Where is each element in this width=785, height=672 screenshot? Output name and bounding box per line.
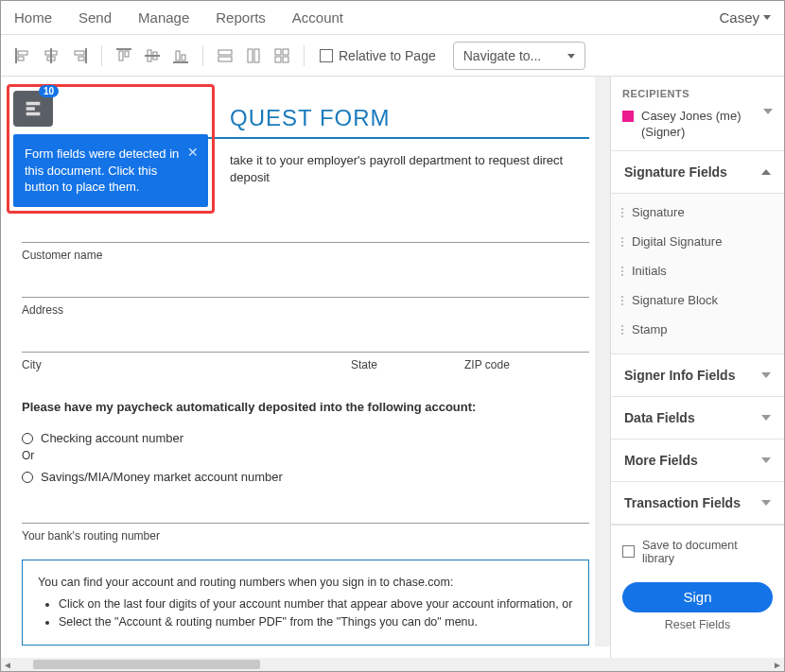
svg-rect-20 [248, 49, 253, 62]
relative-to-page-toggle[interactable]: Relative to Page [320, 48, 436, 63]
svg-rect-8 [78, 57, 84, 60]
align-right-icon[interactable] [67, 43, 92, 68]
recipients-header: RECIPIENTS [611, 77, 784, 105]
user-menu[interactable]: Casey [719, 9, 771, 26]
label-city: City [22, 358, 351, 371]
scroll-right-arrow[interactable]: ► [771, 658, 784, 671]
recipient-row[interactable]: Casey Jones (me) (Signer) [611, 105, 784, 150]
horizontal-scrollbar[interactable]: ◄ ► [1, 658, 784, 671]
info-line: You can find your account and routing nu… [38, 574, 573, 592]
nav-home[interactable]: Home [14, 9, 52, 26]
form-detect-icon [23, 98, 44, 119]
document-pane[interactable]: 10 Form fields were detected in this doc… [1, 77, 610, 660]
relative-label: Relative to Page [339, 48, 436, 63]
label-state: State [351, 358, 464, 371]
info-bullet-1: Click on the last four digits of your ac… [59, 595, 573, 613]
match-width-icon[interactable] [213, 43, 237, 68]
align-bottom-icon[interactable] [168, 43, 193, 68]
fields-panel: RECIPIENTS Casey Jones (me) (Signer) Sig… [610, 77, 784, 660]
field-digital-signature[interactable]: Digital Signature [611, 227, 784, 256]
svg-rect-21 [254, 49, 259, 62]
svg-rect-23 [283, 49, 288, 55]
svg-rect-11 [125, 51, 129, 57]
section-data-fields[interactable]: Data Fields [611, 397, 784, 439]
navigate-label: Navigate to... [463, 48, 542, 63]
info-box: You can find your account and routing nu… [22, 560, 589, 645]
recipient-name: Casey Jones (me) (Signer) [641, 109, 756, 141]
svg-rect-25 [283, 57, 288, 62]
svg-rect-19 [218, 57, 232, 61]
alignment-toolbar: Relative to Page Navigate to... [1, 35, 784, 77]
svg-rect-3 [50, 48, 52, 63]
nav-account[interactable]: Account [292, 9, 343, 26]
user-name: Casey [719, 9, 759, 26]
tooltip-text: Form fields were detected in this docume… [25, 146, 179, 194]
svg-rect-6 [85, 48, 87, 63]
detect-count-badge: 10 [39, 85, 59, 97]
label-customer: Customer name [22, 249, 589, 262]
svg-rect-10 [119, 51, 123, 60]
detect-tooltip: Form fields were detected in this docume… [13, 134, 208, 207]
chevron-down-icon [761, 500, 771, 506]
match-both-icon[interactable] [270, 43, 294, 68]
radio-savings[interactable] [22, 472, 33, 483]
svg-rect-0 [15, 48, 17, 63]
section-signer-info[interactable]: Signer Info Fields [611, 354, 784, 397]
tooltip-close-button[interactable]: ✕ [187, 144, 199, 162]
section-signature-fields[interactable]: Signature Fields [611, 151, 784, 194]
top-nav: Home Send Manage Reports Account Casey [1, 1, 784, 35]
scroll-left-arrow[interactable]: ◄ [1, 658, 14, 671]
field-stamp[interactable]: Stamp [611, 315, 784, 344]
scroll-thumb[interactable] [33, 660, 260, 669]
detect-fields-button[interactable]: 10 [13, 91, 53, 127]
label-address: Address [22, 303, 589, 317]
radio-checking[interactable] [22, 433, 33, 444]
svg-rect-9 [116, 48, 131, 50]
recipient-color-swatch [622, 111, 634, 122]
svg-rect-16 [176, 51, 180, 60]
nav-manage[interactable]: Manage [138, 9, 189, 26]
caret-down-icon [567, 54, 575, 59]
svg-rect-17 [182, 55, 185, 60]
svg-rect-15 [173, 61, 188, 63]
chevron-down-icon [761, 457, 771, 463]
field-initials[interactable]: Initials [611, 256, 784, 285]
chevron-up-icon [761, 169, 771, 175]
nav-send[interactable]: Send [78, 9, 112, 26]
align-center-h-icon[interactable] [39, 43, 63, 68]
svg-rect-2 [18, 57, 24, 60]
svg-rect-22 [275, 49, 281, 55]
section-transaction-fields[interactable]: Transaction Fields [611, 482, 784, 525]
deposit-heading: Please have my paycheck automatically de… [22, 400, 589, 414]
field-signature[interactable]: Signature [611, 198, 784, 227]
match-height-icon[interactable] [241, 43, 266, 68]
reset-fields-link[interactable]: Reset Fields [611, 618, 784, 641]
svg-rect-1 [18, 51, 27, 55]
field-signature-block[interactable]: Signature Block [611, 285, 784, 315]
nav-reports[interactable]: Reports [216, 9, 266, 26]
caret-down-icon [763, 15, 771, 20]
navigate-dropdown[interactable]: Navigate to... [453, 42, 585, 70]
label-zip: ZIP code [464, 358, 589, 371]
vertical-scrollbar[interactable] [595, 77, 610, 646]
page-outline-icon [320, 49, 333, 62]
label-or: Or [22, 449, 589, 462]
chevron-down-icon [761, 372, 771, 378]
save-to-library[interactable]: Save to document library [611, 525, 784, 578]
section-more-fields[interactable]: More Fields [611, 439, 784, 482]
align-middle-icon[interactable] [140, 43, 165, 68]
label-savings: Savings/MIA/Money market account number [41, 470, 283, 484]
svg-rect-12 [145, 55, 160, 57]
svg-rect-18 [218, 50, 232, 55]
checkbox-icon [622, 545, 635, 558]
label-checking: Checking account number [41, 431, 183, 445]
chevron-down-icon [763, 109, 773, 114]
label-routing: Your bank's routing number [22, 529, 589, 543]
svg-rect-7 [75, 51, 84, 55]
sign-button[interactable]: Sign [622, 582, 773, 612]
info-bullet-2: Select the "Account & routing number PDF… [59, 613, 573, 631]
svg-rect-24 [275, 57, 281, 62]
align-left-icon[interactable] [10, 43, 35, 68]
align-top-icon[interactable] [112, 43, 136, 68]
highlight-callout: 10 Form fields were detected in this doc… [7, 84, 215, 214]
